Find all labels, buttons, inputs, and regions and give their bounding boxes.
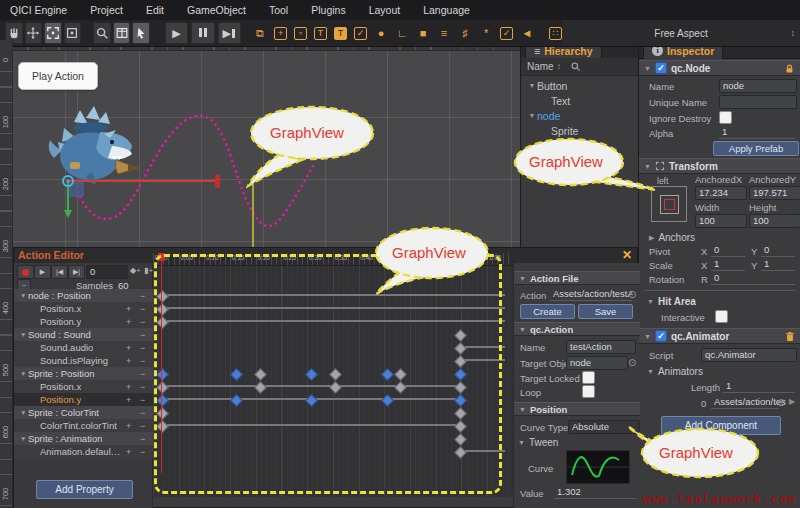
add-key-button[interactable]: + [126, 421, 131, 431]
hierarchy-item-button[interactable]: ▼Button [521, 78, 645, 93]
create-button[interactable]: Create [520, 304, 575, 319]
qc-action-header[interactable]: ▼qc.Action [514, 322, 640, 336]
animated-property-row[interactable]: ColorTint.colorTint+− [14, 419, 153, 432]
record-button[interactable] [17, 265, 34, 279]
anchor-preset-widget[interactable] [651, 186, 687, 222]
add-key-button[interactable]: + [126, 356, 131, 366]
loop-checkbox[interactable] [582, 385, 595, 398]
remove-key-button[interactable]: − [140, 421, 145, 431]
animated-property-row[interactable]: ▼Sprite : Position− [14, 367, 153, 380]
rect-tool-button[interactable] [64, 22, 82, 44]
transform-header[interactable]: ▼ Transform [639, 158, 800, 174]
target-locked-checkbox[interactable] [582, 371, 595, 384]
animated-property-row[interactable]: Position.x+− [14, 380, 153, 393]
action-file-header[interactable]: ▼Action File [514, 271, 640, 285]
remove-key-button[interactable]: − [140, 356, 145, 366]
step-button[interactable]: ▶ [218, 22, 241, 44]
lock-icon[interactable] [784, 63, 795, 74]
remove-key-button[interactable]: − [140, 317, 145, 327]
object-picker-icon[interactable]: ⊙ [628, 289, 636, 300]
menu-item-plugins[interactable]: Plugins [311, 4, 345, 16]
animated-property-row[interactable]: Sound.isPlaying+− [14, 354, 153, 367]
anchoredy-field[interactable]: 197.571 [749, 186, 800, 200]
foldout-icon[interactable]: ▼ [644, 65, 651, 72]
menu-item-qici-engine[interactable]: QICI Engine [10, 4, 67, 16]
remove-key-button[interactable]: − [140, 434, 145, 444]
hierarchy-item-node[interactable]: ▼node [521, 108, 645, 123]
apply-prefab-button[interactable]: Apply Prefab [713, 141, 799, 156]
create-frame-icon[interactable]: + [274, 27, 287, 40]
audio-icon[interactable]: ◄ [520, 26, 534, 40]
remove-key-button[interactable]: − [140, 395, 145, 405]
add-event-icon[interactable]: ▮+ [144, 266, 153, 275]
action-name-field[interactable]: testAction [566, 340, 636, 354]
play-button[interactable]: ▶ [165, 22, 188, 44]
remove-key-button[interactable]: − [140, 408, 145, 418]
aspect-selector[interactable]: Free Aspect ↕ [562, 20, 800, 46]
height-field[interactable]: 100 [749, 214, 800, 228]
pivot-x-field[interactable]: 0 [711, 244, 745, 257]
component-enabled-checkbox[interactable] [655, 62, 667, 74]
create-inputfield-icon[interactable]: T [334, 27, 347, 40]
create-sliders-icon[interactable]: ♯ [458, 26, 472, 40]
play-action-button[interactable]: Play Action [18, 62, 98, 90]
creature-sprite[interactable] [42, 98, 142, 193]
qc-animator-header[interactable]: ▼ qc.Animator [639, 328, 800, 344]
remove-key-button[interactable]: − [140, 343, 145, 353]
action-file-field[interactable]: Assets/action/testActio [550, 288, 632, 301]
remove-key-button[interactable]: − [140, 447, 145, 457]
remove-key-button[interactable]: − [140, 330, 145, 340]
prev-frame-button[interactable]: |◀ [51, 265, 68, 279]
anchors-foldout[interactable]: ▶Anchors [649, 232, 695, 243]
unique-name-field[interactable] [719, 95, 797, 109]
create-token-icon[interactable]: ● [374, 26, 388, 40]
menu-item-project[interactable]: Project [90, 4, 123, 16]
create-list-icon[interactable]: ≡ [437, 26, 451, 40]
create-toggle-icon[interactable]: ✓ [354, 27, 367, 40]
animators-foldout[interactable]: ▼Animators [647, 366, 703, 377]
create-gear-icon[interactable]: * [479, 26, 493, 40]
hierarchy-sort-label[interactable]: Name [527, 61, 554, 72]
position-header[interactable]: ▼Position [514, 402, 640, 416]
remove-key-button[interactable]: − [140, 291, 145, 301]
animated-property-row[interactable]: ▼Sound : Sound− [14, 328, 153, 341]
create-image-icon[interactable]: ▫ [294, 27, 307, 40]
add-property-button[interactable]: Add Property [36, 480, 133, 499]
move-tool-button[interactable] [25, 22, 43, 44]
scale-x-field[interactable]: 1 [711, 258, 745, 271]
object-picker-icon[interactable]: ⊙ [777, 397, 785, 408]
pause-button[interactable] [191, 22, 214, 44]
pivot-y-field[interactable]: 0 [761, 244, 795, 257]
create-panel-icon[interactable]: ■ [416, 26, 430, 40]
tween-foldout[interactable]: ▼Tween [518, 437, 558, 448]
frame-field[interactable]: 0 [86, 265, 128, 279]
zoom-tool-button[interactable] [93, 22, 111, 44]
add-key-button[interactable]: + [126, 447, 131, 457]
add-keyframe-icon[interactable]: ◆+ [130, 266, 141, 275]
dopesheet[interactable]: 0:000:050:100:150:200:250:300:350:400:45… [153, 253, 513, 497]
width-field[interactable]: 100 [695, 214, 747, 228]
create-checkbox-icon[interactable]: ✓ [500, 27, 513, 40]
cursor-tool-button[interactable] [132, 22, 150, 44]
animated-property-row[interactable]: Animation.defaultAnimation+− [14, 445, 153, 458]
item-expand-icon[interactable]: ▶ [789, 397, 795, 406]
animated-property-row[interactable]: Position.y+− [14, 315, 153, 328]
add-key-button[interactable]: + [126, 304, 131, 314]
menu-item-tool[interactable]: Tool [269, 4, 288, 16]
transport-play-button[interactable]: ▶ [34, 265, 51, 279]
next-frame-button[interactable]: ▶| [68, 265, 85, 279]
length-field[interactable]: 1 [723, 380, 795, 393]
menu-item-layout[interactable]: Layout [369, 4, 401, 16]
curve-preview[interactable] [566, 450, 630, 484]
remove-key-button[interactable]: − [140, 369, 145, 379]
scale-tool-button[interactable] [44, 22, 62, 44]
trash-icon[interactable] [785, 331, 795, 342]
menu-item-gameobject[interactable]: GameObject [187, 4, 246, 16]
animated-property-row[interactable]: Sound.audio+− [14, 341, 153, 354]
create-node-icon[interactable]: ⧉ [253, 26, 267, 40]
alpha-field[interactable]: 1 [719, 126, 795, 139]
curve-type-dropdown[interactable]: Absolute [568, 420, 640, 434]
component-enabled-checkbox[interactable] [655, 330, 667, 342]
add-key-button[interactable]: + [126, 343, 131, 353]
hit-area-header[interactable]: ▼Hit Area [647, 296, 696, 307]
